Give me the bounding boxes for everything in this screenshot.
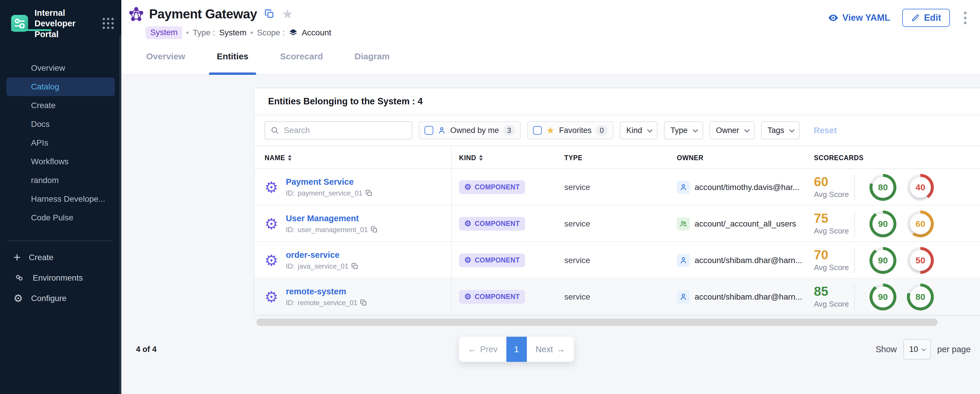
prev-label: Prev [480,345,498,354]
copy-icon[interactable] [371,226,378,233]
eye-icon [828,12,839,23]
entities-card: Entities Belonging to the System : 4 Sea… [254,88,980,316]
owner-cell: account/shibam.dhar@harn... [677,278,810,315]
sidebar-item-label: Harness Develope... [31,194,105,204]
scorecard-ring[interactable]: 60 [907,210,934,237]
entity-name-link[interactable]: remote-system [286,287,368,296]
owned-by-me-filter[interactable]: Owned by me 3 [418,121,521,140]
copy-icon[interactable] [352,263,358,270]
tab[interactable]: Entities [216,38,248,75]
more-options-icon[interactable] [962,10,968,26]
scorecard-ring[interactable]: 90 [870,210,896,237]
kind-cell: COMPONENT [452,169,564,205]
filter-dropdown[interactable]: Owner [710,121,755,140]
sidebar-item[interactable]: Catalog [6,78,115,96]
next-page-button[interactable]: Next [527,337,574,362]
dropdown-label: Kind [626,126,642,135]
score-divider [854,175,855,200]
table-row[interactable]: order-service ID: java_service_01 COMPON… [255,242,980,278]
tab[interactable]: Overview [146,38,185,75]
sidebar-item[interactable]: random [0,171,121,190]
scorecard-ring[interactable]: 40 [907,174,934,201]
entity-name-link[interactable]: order-service [286,250,358,260]
search-input[interactable]: Search [264,121,412,140]
copy-icon[interactable] [360,299,367,306]
per-page-label: per page [937,345,971,354]
favorites-label: Favorites [559,126,592,135]
scorecard-ring[interactable]: 90 [870,247,896,274]
per-page-value: 10 [909,345,918,354]
sidebar-item-environments[interactable]: Environments [0,268,121,288]
favorites-filter[interactable]: Favorites 0 [527,121,613,140]
tab[interactable]: Diagram [355,38,390,75]
sidebar-item-label: Configure [31,294,66,303]
copy-icon[interactable] [366,190,372,197]
avg-score-value: 75 [814,212,854,225]
horizontal-scrollbar[interactable] [256,319,938,326]
sidebar-item[interactable]: Overview [0,59,121,78]
kind-label: COMPONENT [475,256,520,264]
sidebar-item-configure[interactable]: Configure [0,288,121,309]
table-row[interactable]: Payment Service ID: payment_service_01 C… [255,169,980,205]
filter-dropdown[interactable]: Type [664,121,703,140]
kind-chip[interactable]: COMPONENT [459,290,525,304]
sidebar-bottom-nav: Create Environments Configure [0,247,121,309]
entity-id: ID: java_service_01 [286,262,358,270]
filter-dropdown[interactable]: Tags [761,121,800,140]
scorecard-ring[interactable]: 90 [870,283,896,310]
edit-button[interactable]: Edit [902,9,950,27]
prev-page-button[interactable]: Prev [459,337,506,362]
sidebar-item-create[interactable]: Create [0,247,121,268]
owner-cell: account/shibam.dhar@harn... [677,242,810,278]
favorite-star-icon[interactable] [282,8,293,21]
plus-icon [13,251,21,264]
filter-bar: Search Owned by me 3 Favorites 0 Kind Ty… [255,115,980,146]
kind-chip[interactable]: COMPONENT [459,217,525,230]
sidebar-item[interactable]: APIs [0,133,121,152]
copy-icon[interactable] [264,9,275,19]
table-header: NAME KIND TYPE OWNER SCORECARDS LIFECYCL… [255,146,980,169]
sidebar-item[interactable]: Code Pulse [0,208,121,227]
reset-filters-button[interactable]: Reset [814,126,837,135]
page-header: Payment Gateway System Type : System Sco… [121,0,980,75]
search-icon [270,126,279,135]
scorecard-ring[interactable]: 80 [907,283,934,310]
kind-cell: COMPONENT [452,242,564,278]
column-label: NAME [264,154,285,162]
entity-id: ID: user_management_01 [286,226,378,234]
app-grid-icon[interactable] [103,18,114,29]
view-yaml-button[interactable]: View YAML [828,12,890,23]
table-row[interactable]: User Management ID: user_management_01 C… [255,205,980,242]
sidebar-item[interactable]: Docs [0,115,121,133]
favorites-checkbox[interactable] [533,126,542,135]
favorites-star-icon [546,126,555,135]
per-page-select[interactable]: 10 [904,339,931,359]
user-icon [679,183,687,191]
group-icon [679,220,687,228]
entity-name-link[interactable]: Payment Service [286,177,372,187]
kind-chip[interactable]: COMPONENT [459,253,525,267]
id-prefix: ID: [286,262,295,270]
column-header-kind[interactable]: KIND [452,146,564,170]
column-label: SCORECARDS [814,154,864,162]
column-header-name[interactable]: NAME [255,146,452,170]
name-cell: order-service ID: java_service_01 [255,242,452,278]
scorecard-ring[interactable]: 50 [907,247,934,274]
owned-by-me-checkbox[interactable] [425,126,433,135]
sidebar-item-label: APIs [31,138,48,148]
scorecard-ring[interactable]: 80 [870,174,896,201]
avg-score-label: Avg Score [814,190,854,199]
sidebar-item[interactable]: Create [0,96,121,115]
sidebar-item-label: Create [29,253,54,262]
sidebar-item[interactable]: Workflows [0,152,121,171]
kind-chip[interactable]: COMPONENT [459,180,525,194]
tab[interactable]: Scorecard [280,38,323,75]
system-entity-icon [129,6,144,22]
table-row[interactable]: remote-system ID: remote_service_01 COMP… [255,278,980,315]
filter-dropdown[interactable]: Kind [620,121,657,140]
sidebar-item[interactable]: Harness Develope... [0,190,121,208]
owned-by-me-count: 3 [503,126,515,136]
scope-label: Scope : [257,28,285,37]
entity-name-link[interactable]: User Management [286,214,378,223]
current-page-button[interactable]: 1 [506,337,527,362]
